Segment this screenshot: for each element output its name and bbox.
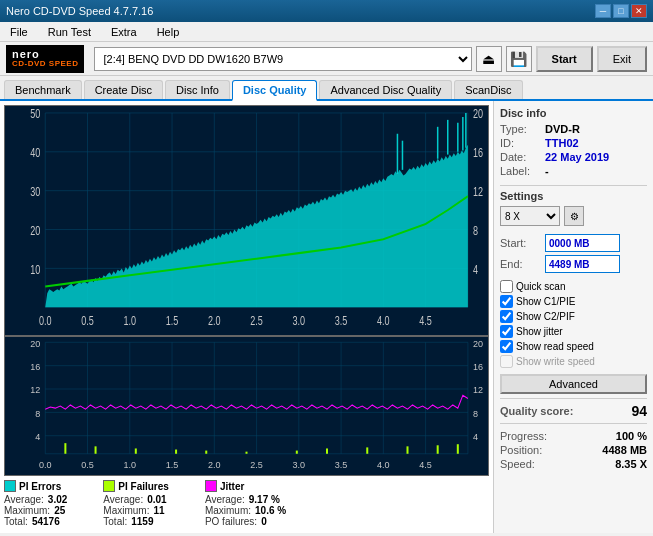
svg-text:4.5: 4.5 — [419, 459, 432, 469]
disc-id-key: ID: — [500, 137, 545, 149]
divider-1 — [500, 185, 647, 186]
start-field-label: Start: — [500, 237, 545, 249]
pi-errors-stats: PI Errors Average: 3.02 Maximum: 25 Tota… — [4, 480, 67, 527]
advanced-button[interactable]: Advanced — [500, 374, 647, 394]
svg-text:8: 8 — [473, 408, 478, 418]
tab-scan-disc[interactable]: ScanDisc — [454, 80, 522, 99]
end-field-input[interactable] — [545, 255, 620, 273]
show-c2-pif-checkbox[interactable] — [500, 310, 513, 323]
show-c1-pie-checkbox[interactable] — [500, 295, 513, 308]
chart-area: 50 40 30 20 10 20 16 12 8 4 0.0 0.5 1.0 … — [0, 101, 493, 533]
menu-run-test[interactable]: Run Test — [42, 24, 97, 40]
pi-failures-total-val: 1159 — [131, 516, 153, 527]
title-bar: Nero CD-DVD Speed 4.7.7.16 ─ □ ✕ — [0, 0, 653, 22]
svg-text:2.0: 2.0 — [208, 314, 221, 328]
pi-errors-label: PI Errors — [19, 481, 61, 492]
pi-errors-max-val: 25 — [54, 505, 65, 516]
menu-file[interactable]: File — [4, 24, 34, 40]
jitter-stats: Jitter Average: 9.17 % Maximum: 10.6 % P… — [205, 480, 286, 527]
disc-info-title: Disc info — [500, 107, 647, 119]
tab-advanced-disc-quality[interactable]: Advanced Disc Quality — [319, 80, 452, 99]
svg-text:0.5: 0.5 — [81, 314, 94, 328]
quick-scan-row: Quick scan — [500, 280, 647, 293]
speed-label: Speed: — [500, 458, 535, 470]
progress-section: Progress: 100 % Position: 4488 MB Speed:… — [500, 430, 647, 470]
start-field-input[interactable] — [545, 234, 620, 252]
speed-row: Speed: 8.35 X — [500, 458, 647, 470]
start-button[interactable]: Start — [536, 46, 593, 72]
show-jitter-label: Show jitter — [516, 326, 563, 337]
svg-text:20: 20 — [30, 338, 40, 348]
jitter-avg-val: 9.17 % — [249, 494, 280, 505]
pi-errors-avg-key: Average: — [4, 494, 44, 505]
svg-text:3.0: 3.0 — [293, 459, 306, 469]
pi-failures-color — [103, 480, 115, 492]
show-c1-pie-label: Show C1/PIE — [516, 296, 575, 307]
speed-value: 8.35 X — [615, 458, 647, 470]
disc-id-row: ID: TTH02 — [500, 137, 647, 149]
svg-text:20: 20 — [30, 224, 40, 238]
jitter-po-val: 0 — [261, 516, 267, 527]
tab-disc-info[interactable]: Disc Info — [165, 80, 230, 99]
svg-text:40: 40 — [30, 146, 40, 160]
svg-text:0.0: 0.0 — [39, 459, 52, 469]
svg-text:12: 12 — [473, 385, 483, 395]
divider-3 — [500, 423, 647, 424]
show-jitter-row: Show jitter — [500, 325, 647, 338]
close-button[interactable]: ✕ — [631, 4, 647, 18]
pi-failures-total-key: Total: — [103, 516, 127, 527]
quick-scan-checkbox[interactable] — [500, 280, 513, 293]
tab-benchmark[interactable]: Benchmark — [4, 80, 82, 99]
svg-text:12: 12 — [30, 385, 40, 395]
progress-label: Progress: — [500, 430, 547, 442]
show-write-speed-checkbox — [500, 355, 513, 368]
menu-extra[interactable]: Extra — [105, 24, 143, 40]
stats-row: PI Errors Average: 3.02 Maximum: 25 Tota… — [4, 476, 489, 529]
svg-text:0.5: 0.5 — [81, 459, 94, 469]
pi-failures-avg-val: 0.01 — [147, 494, 166, 505]
svg-text:4.0: 4.0 — [377, 314, 390, 328]
tab-create-disc[interactable]: Create Disc — [84, 80, 163, 99]
save-icon-button[interactable]: 💾 — [506, 46, 532, 72]
eject-icon-button[interactable]: ⏏ — [476, 46, 502, 72]
svg-text:4.0: 4.0 — [377, 459, 390, 469]
svg-text:1.0: 1.0 — [123, 459, 136, 469]
speed-select[interactable]: 8 X — [500, 206, 560, 226]
disc-date-val: 22 May 2019 — [545, 151, 609, 163]
jitter-po-key: PO failures: — [205, 516, 257, 527]
jitter-label: Jitter — [220, 481, 244, 492]
disc-label-val: - — [545, 165, 549, 177]
menu-help[interactable]: Help — [151, 24, 186, 40]
nero-logo: nero CD-DVD SPEED — [6, 45, 84, 73]
pi-errors-total-key: Total: — [4, 516, 28, 527]
pi-failures-avg-key: Average: — [103, 494, 143, 505]
svg-text:30: 30 — [30, 185, 40, 199]
settings-section: Settings 8 X ⚙ — [500, 190, 647, 226]
position-value: 4488 MB — [602, 444, 647, 456]
disc-label-row: Label: - — [500, 165, 647, 177]
quick-scan-label: Quick scan — [516, 281, 565, 292]
svg-text:3.5: 3.5 — [335, 314, 348, 328]
pi-failures-max-key: Maximum: — [103, 505, 149, 516]
settings-icon-button[interactable]: ⚙ — [564, 206, 584, 226]
show-read-speed-checkbox[interactable] — [500, 340, 513, 353]
jitter-max-key: Maximum: — [205, 505, 251, 516]
disc-id-val: TTH02 — [545, 137, 579, 149]
svg-text:1.5: 1.5 — [166, 314, 179, 328]
settings-title: Settings — [500, 190, 647, 202]
svg-text:2.5: 2.5 — [250, 459, 263, 469]
jitter-max-val: 10.6 % — [255, 505, 286, 516]
maximize-button[interactable]: □ — [613, 4, 629, 18]
svg-text:4: 4 — [473, 432, 478, 442]
drive-select[interactable]: [2:4] BENQ DVD DD DW1620 B7W9 — [94, 47, 471, 71]
main-content: 50 40 30 20 10 20 16 12 8 4 0.0 0.5 1.0 … — [0, 101, 653, 533]
svg-text:4.5: 4.5 — [419, 314, 432, 328]
svg-text:16: 16 — [30, 362, 40, 372]
tab-disc-quality[interactable]: Disc Quality — [232, 80, 318, 101]
end-field-row: End: — [500, 255, 647, 273]
pi-errors-max-key: Maximum: — [4, 505, 50, 516]
show-jitter-checkbox[interactable] — [500, 325, 513, 338]
minimize-button[interactable]: ─ — [595, 4, 611, 18]
exit-button[interactable]: Exit — [597, 46, 647, 72]
position-label: Position: — [500, 444, 542, 456]
